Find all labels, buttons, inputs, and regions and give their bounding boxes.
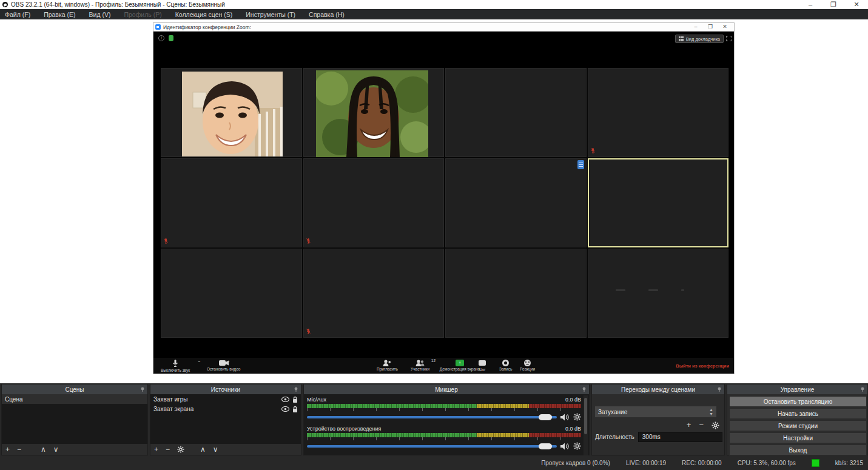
zoom-minimize-button[interactable]: – [688, 23, 703, 31]
participant-video-5[interactable] [161, 158, 302, 247]
volume-slider-handle[interactable] [539, 443, 552, 449]
participants-icon [415, 360, 425, 366]
mixer-header[interactable]: Микшер [304, 384, 589, 394]
participant-video-6[interactable] [303, 158, 445, 247]
reactions-button[interactable]: Реакции [520, 360, 535, 371]
scenes-panel: Сцены Сцена + − ∧ ∨ [1, 384, 148, 455]
menu-view[interactable]: Вид (V) [89, 11, 111, 18]
participant-menu-icon[interactable] [577, 160, 584, 169]
zoom-close-button[interactable]: ✕ [718, 23, 732, 31]
lock-icon[interactable] [292, 396, 298, 403]
source-properties-gear-icon[interactable] [177, 446, 184, 453]
studio-mode-button[interactable]: Режим студии [729, 420, 867, 431]
participants-button[interactable]: 12 Участники [411, 360, 429, 371]
mute-button[interactable]: Выключить звук [161, 360, 190, 372]
source-item-game-capture[interactable]: Захват игры [150, 394, 301, 404]
speaker-icon[interactable] [560, 443, 570, 450]
volume-slider[interactable] [307, 416, 557, 418]
channel-settings-gear-icon[interactable] [573, 442, 581, 450]
transitions-header[interactable]: Переходы между сценами [592, 384, 724, 394]
bitrate-status: kb/s: 3215 [835, 460, 863, 466]
channel-name: Устройство воспроизведения [307, 426, 381, 432]
mixer-scrollbar[interactable] [584, 395, 588, 460]
zoom-maximize-button[interactable]: ❐ [703, 23, 718, 31]
scene-list-item[interactable]: Сцена [2, 394, 147, 404]
pin-icon[interactable] [140, 387, 145, 392]
source-up-button[interactable]: ∧ [200, 444, 206, 455]
scene-up-button[interactable]: ∧ [41, 444, 46, 455]
participant-video-2[interactable] [303, 68, 445, 157]
zoom-meeting-window: Идентификатор конференции Zoom: – ❐ ✕ i … [153, 23, 734, 374]
sources-header[interactable]: Источники [150, 384, 301, 394]
minimize-button[interactable]: – [799, 0, 822, 9]
chat-button[interactable]: Чат [479, 360, 486, 372]
stop-streaming-button[interactable]: Остановить трансляцию [729, 396, 867, 407]
speaker-icon[interactable] [560, 414, 570, 421]
meeting-info-group: i [158, 35, 173, 41]
participant-video-3[interactable] [445, 68, 587, 157]
gallery-view-icon [679, 36, 684, 41]
mixer-panel: Микшер Mic/Aux 0.0 dB [303, 384, 590, 455]
record-icon [502, 360, 509, 366]
zoom-titlebar: Идентификатор конференции Zoom: – ❐ ✕ [153, 23, 734, 32]
participant-video-9[interactable] [161, 249, 302, 338]
menu-tools[interactable]: Инструменты (Т) [246, 11, 295, 18]
scenes-toolbar: + − ∧ ∨ [2, 444, 147, 455]
source-down-button[interactable]: ∨ [213, 444, 218, 455]
zoom-meeting-content: i Вид докладчика [153, 32, 734, 374]
mixer-channel-mic: Mic/Aux 0.0 dB [307, 397, 581, 421]
add-scene-button[interactable]: + [5, 444, 10, 455]
scene-down-button[interactable]: ∨ [53, 444, 59, 455]
menu-edit[interactable]: Правка (E) [44, 11, 75, 18]
pin-icon[interactable] [860, 387, 865, 392]
menu-help[interactable]: Справка (H) [309, 11, 345, 18]
stop-video-button[interactable]: Остановить видео [207, 360, 240, 371]
settings-button[interactable]: Настройки [729, 432, 867, 443]
participant-video-8-selected[interactable] [588, 158, 729, 247]
scenes-header[interactable]: Сцены [2, 384, 147, 394]
start-recording-button[interactable]: Начать запись [729, 408, 867, 419]
add-source-button[interactable]: + [154, 444, 158, 455]
video-options-chevron[interactable]: ⌃ [226, 360, 230, 366]
mute-options-chevron[interactable]: ⌃ [197, 360, 201, 366]
visibility-eye-icon[interactable] [281, 397, 289, 402]
controls-header[interactable]: Управление [727, 384, 867, 394]
maximize-button[interactable]: ❐ [822, 0, 845, 9]
leave-meeting-button[interactable]: Выйти из конференции [676, 363, 729, 369]
transition-select[interactable]: Затухание ▲▼ [595, 406, 716, 417]
participant-video-12[interactable] [588, 249, 729, 338]
channel-settings-gear-icon[interactable] [573, 413, 581, 421]
speaker-view-button[interactable]: Вид докладчика [675, 35, 724, 43]
transitions-panel: Переходы между сценами Затухание ▲▼ + − … [591, 384, 725, 455]
menu-file[interactable]: Файл (F) [5, 11, 30, 18]
pin-icon[interactable] [294, 387, 298, 392]
add-transition-button[interactable]: + [687, 420, 691, 431]
pin-icon[interactable] [582, 387, 587, 392]
pin-icon[interactable] [717, 387, 722, 392]
participant-video-4[interactable] [588, 68, 729, 157]
transition-properties-gear-icon[interactable] [712, 421, 719, 429]
participant-video-7[interactable] [445, 158, 587, 247]
visibility-eye-icon[interactable] [281, 406, 289, 412]
participant-video-10[interactable] [303, 249, 445, 338]
preview-area[interactable]: Идентификатор конференции Zoom: – ❐ ✕ i … [0, 19, 868, 383]
close-button[interactable]: ✕ [845, 0, 868, 9]
exit-button[interactable]: Выход [729, 445, 867, 455]
lock-icon[interactable] [292, 406, 298, 412]
remove-source-button[interactable]: − [166, 444, 170, 455]
participant-video-1[interactable] [161, 68, 302, 157]
participant-video-11[interactable] [445, 249, 587, 338]
remove-scene-button[interactable]: − [17, 444, 21, 455]
volume-slider-handle[interactable] [539, 414, 552, 420]
channel-db-value: 0.0 dB [565, 397, 581, 403]
remove-transition-button[interactable]: − [699, 420, 704, 431]
fullscreen-icon[interactable] [726, 36, 732, 41]
duration-input[interactable]: 300ms ▲▼ [638, 432, 722, 442]
meeting-info-icon[interactable]: i [158, 35, 164, 41]
volume-slider[interactable] [307, 445, 557, 448]
menu-scene-collection[interactable]: Коллекция сцен (S) [175, 11, 233, 18]
zoom-app-icon [155, 24, 161, 30]
record-button[interactable]: Запись [499, 360, 512, 371]
invite-button[interactable]: Пригласить [377, 360, 398, 371]
source-item-screen-capture[interactable]: Захват экрана [150, 404, 301, 414]
